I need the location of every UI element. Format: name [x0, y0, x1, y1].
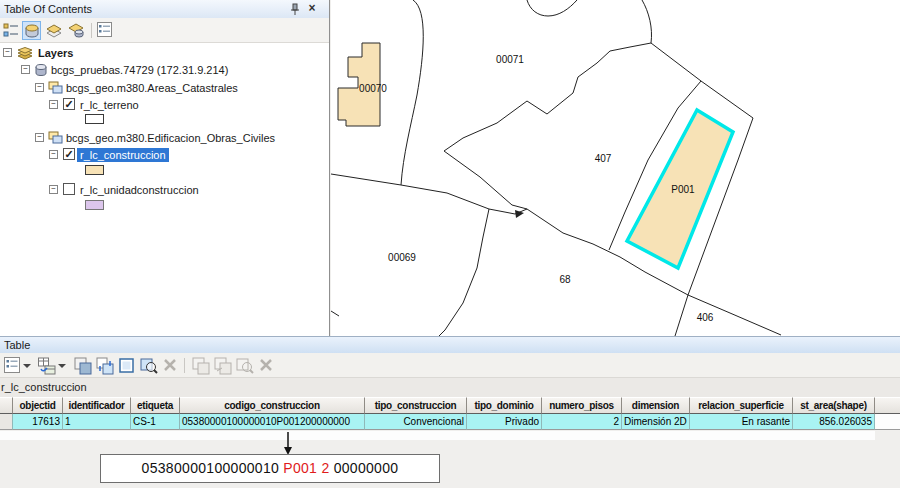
cell-tipo-construccion[interactable]: Convencional — [365, 414, 467, 430]
map-label: 00071 — [496, 54, 524, 65]
column-header[interactable]: st_area(shape) — [793, 397, 875, 414]
cell-codigo-construccion[interactable]: 05380000100000010P001200000000 — [180, 414, 365, 430]
map-view[interactable]: 00071 00070 407 P001 00069 68 406 — [331, 0, 900, 336]
zoom-disabled-icon — [236, 357, 254, 375]
tree-row-group-edificacion[interactable]: − bcgs_geo.m380.Edificacion_Obras_Civile… — [0, 131, 328, 145]
group-edificacion-label[interactable]: bcgs_geo.m380.Edificacion_Obras_Civiles — [66, 131, 275, 145]
parcel-line-sweep-407 — [444, 43, 651, 209]
toc-toolbar — [0, 18, 329, 43]
zoom-to-selected-icon[interactable] — [140, 357, 158, 375]
select-all-icon[interactable] — [118, 357, 136, 375]
tree-row-connection[interactable]: − bcgs_pruebas.74729 (172.31.9.214) — [0, 63, 328, 77]
list-by-visibility-icon[interactable] — [45, 21, 64, 40]
filler-header — [875, 397, 900, 414]
attribute-grid: objectid identificador etiqueta codigo_c… — [0, 397, 900, 431]
construccion-symbol[interactable] — [85, 165, 104, 175]
parcel-line-cloud — [527, 0, 577, 16]
group-areas-label[interactable]: bcgs_geo.m380.Areas_Catastrales — [66, 81, 238, 95]
unidad-checkbox[interactable] — [63, 183, 75, 195]
collapse-icon[interactable]: − — [49, 100, 58, 109]
group-layer-icon — [48, 131, 64, 147]
parcel-line-left-boundary — [401, 0, 423, 185]
database-icon — [34, 63, 48, 79]
terreno-symbol[interactable] — [85, 114, 104, 124]
row-selector-header — [0, 397, 13, 414]
tree-row-group-areas[interactable]: − bcgs_geo.m380.Areas_Catastrales — [0, 81, 328, 95]
row-selector-cell[interactable] — [0, 414, 13, 430]
column-header[interactable]: etiqueta — [131, 397, 180, 414]
collapse-icon[interactable]: − — [3, 48, 12, 57]
cell-relacion-superficie[interactable]: En rasante — [690, 414, 793, 430]
paste-disabled-icon — [214, 357, 232, 375]
select-related-icon[interactable] — [74, 357, 92, 375]
map-label: 00069 — [388, 252, 416, 263]
map-label: P001 — [671, 184, 695, 195]
related-tables-icon[interactable] — [38, 357, 56, 375]
clear-selection-icon — [162, 357, 180, 375]
cell-st-area[interactable]: 856.026035 — [793, 414, 875, 430]
filler-cell — [875, 414, 900, 430]
tree-row-construccion[interactable]: − ✓ r_lc_construccion — [0, 148, 328, 162]
column-header[interactable]: numero_pisos — [542, 397, 622, 414]
code-part-suffix: 00000000 — [334, 460, 399, 476]
column-header[interactable]: identificador — [63, 397, 131, 414]
terreno-checkbox[interactable]: ✓ — [63, 98, 75, 110]
column-header[interactable]: dimension — [622, 397, 690, 414]
table-toolbar — [0, 353, 900, 378]
pin-icon[interactable] — [287, 2, 301, 16]
list-by-drawing-order-icon[interactable] — [2, 21, 21, 40]
toc-options-icon[interactable] — [96, 21, 115, 40]
map-label: 68 — [559, 274, 571, 285]
close-icon[interactable]: × — [305, 1, 319, 15]
table-layer-name: r_lc_construccion — [0, 378, 900, 397]
layers-label[interactable]: Layers — [38, 46, 73, 60]
copy-disabled-icon — [192, 357, 210, 375]
toc-title: Table Of Contents — [0, 0, 329, 18]
map-label: 407 — [595, 153, 612, 164]
column-header[interactable]: codigo_construccion — [180, 397, 365, 414]
cell-identificador[interactable]: 1 — [63, 414, 131, 430]
unidad-label[interactable]: r_lc_unidadconstruccion — [80, 183, 199, 197]
cell-etiqueta[interactable]: CS-1 — [131, 414, 180, 430]
table-options-icon[interactable] — [4, 357, 22, 375]
construccion-label-selected[interactable]: r_lc_construccion — [77, 148, 169, 162]
parcel-line-divider — [439, 209, 489, 336]
column-header[interactable]: tipo_dominio — [467, 397, 542, 414]
column-header[interactable]: tipo_construccion — [365, 397, 467, 414]
map-label: 406 — [697, 312, 714, 323]
tree-row-layers[interactable]: − Layers — [0, 46, 328, 60]
attribute-table-panel: Table — [0, 336, 900, 488]
list-by-selection-icon[interactable] — [67, 21, 86, 40]
switch-selection-icon[interactable] — [96, 357, 114, 375]
collapse-icon[interactable]: − — [35, 83, 44, 92]
code-annotation-box: 05380000100000010 P001 2 00000000 — [100, 454, 440, 483]
tree-row-terreno[interactable]: − ✓ r_lc_terreno — [0, 98, 328, 112]
toolbar-separator — [91, 23, 92, 38]
connection-label[interactable]: bcgs_pruebas.74729 (172.31.9.214) — [51, 63, 228, 77]
cell-numero-pisos[interactable]: 2 — [542, 414, 622, 430]
collapse-icon[interactable]: − — [35, 133, 44, 142]
cell-dimension[interactable]: Dimensión 2D — [622, 414, 690, 430]
map-label: 00070 — [359, 83, 387, 94]
terreno-label[interactable]: r_lc_terreno — [80, 98, 139, 112]
list-by-source-icon[interactable] — [22, 21, 41, 40]
unidad-symbol[interactable] — [85, 200, 104, 210]
column-header[interactable]: objectid — [13, 397, 63, 414]
delete-disabled-icon — [258, 357, 276, 375]
collapse-icon[interactable]: − — [49, 150, 58, 159]
construccion-checkbox[interactable]: ✓ — [63, 148, 75, 160]
table-panel-title: Table — [0, 336, 900, 353]
table-options-dropdown-icon[interactable] — [23, 364, 31, 368]
cell-objectid[interactable]: 17613 — [13, 414, 63, 430]
cell-tipo-dominio[interactable]: Privado — [467, 414, 542, 430]
tree-row-unidadconstruccion[interactable]: − r_lc_unidadconstruccion — [0, 183, 328, 197]
table-of-contents-panel: Table Of Contents × − Layers − — [0, 0, 330, 336]
table-empty-area — [0, 431, 875, 440]
code-part-floors: 2 — [321, 460, 329, 476]
parcel-line-v — [651, 43, 753, 118]
column-header[interactable]: relacion_superficie — [690, 397, 793, 414]
edge-tick — [331, 311, 339, 316]
collapse-icon[interactable]: − — [21, 65, 30, 74]
collapse-icon[interactable]: − — [49, 185, 58, 194]
related-tables-dropdown-icon[interactable] — [58, 364, 66, 368]
